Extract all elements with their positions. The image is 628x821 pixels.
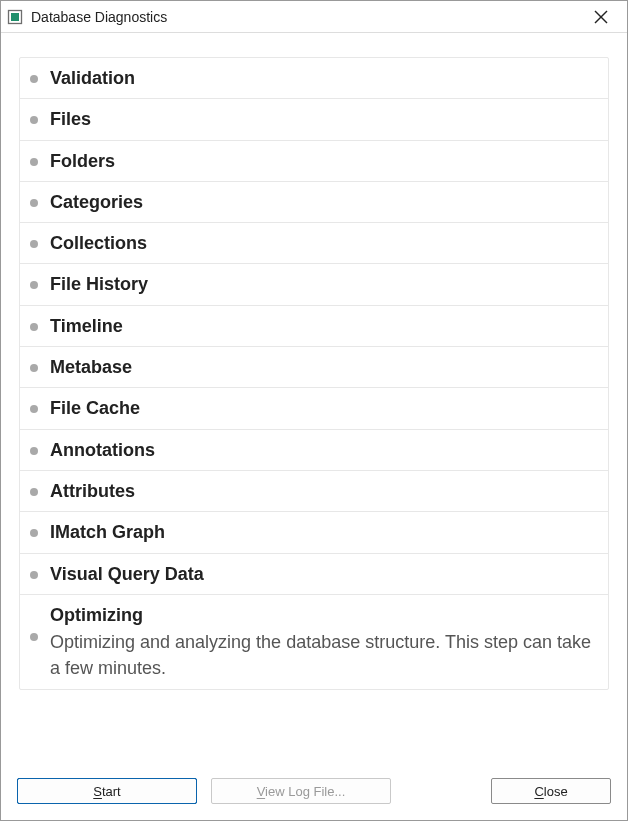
diagnostic-item-name: Attributes — [50, 479, 596, 503]
status-dot-icon — [30, 281, 38, 289]
status-dot-icon — [30, 75, 38, 83]
diagnostic-item-name: File Cache — [50, 396, 596, 420]
diagnostic-item: IMatch Graph — [20, 511, 608, 552]
diagnostic-item: Validation — [20, 58, 608, 98]
diagnostic-item: Annotations — [20, 429, 608, 470]
view-log-file-button[interactable]: View Log File... — [211, 778, 391, 804]
diagnostic-item-name: Optimizing — [50, 603, 596, 627]
button-label: View Log File... — [257, 784, 346, 799]
dialog-footer: Start View Log File... Close — [1, 772, 627, 820]
status-dot-icon — [30, 323, 38, 331]
diagnostic-item: Files — [20, 98, 608, 139]
status-dot-icon — [30, 116, 38, 124]
dialog-body: ValidationFilesFoldersCategoriesCollecti… — [1, 33, 627, 772]
window-title: Database Diagnostics — [31, 9, 581, 25]
dialog-window: Database Diagnostics ValidationFilesFold… — [0, 0, 628, 821]
diagnostic-item-name: Annotations — [50, 438, 596, 462]
diagnostic-item: File History — [20, 263, 608, 304]
start-button[interactable]: Start — [17, 778, 197, 804]
status-dot-icon — [30, 240, 38, 248]
titlebar: Database Diagnostics — [1, 1, 627, 33]
diagnostic-item: Collections — [20, 222, 608, 263]
svg-rect-1 — [11, 13, 19, 21]
diagnostic-item-name: Collections — [50, 231, 596, 255]
status-dot-icon — [30, 364, 38, 372]
diagnostic-item-name: Files — [50, 107, 596, 131]
close-button[interactable]: Close — [491, 778, 611, 804]
diagnostic-item: Categories — [20, 181, 608, 222]
close-icon[interactable] — [581, 2, 621, 32]
status-dot-icon — [30, 529, 38, 537]
status-dot-icon — [30, 158, 38, 166]
status-dot-icon — [30, 447, 38, 455]
status-dot-icon — [30, 199, 38, 207]
diagnostic-item: Metabase — [20, 346, 608, 387]
diagnostic-item-name: Categories — [50, 190, 596, 214]
diagnostic-item: File Cache — [20, 387, 608, 428]
diagnostic-item-name: Visual Query Data — [50, 562, 596, 586]
diagnostic-item-name: IMatch Graph — [50, 520, 596, 544]
status-dot-icon — [30, 571, 38, 579]
diagnostic-item-description: Optimizing and analyzing the database st… — [50, 629, 596, 681]
diagnostic-item-name: File History — [50, 272, 596, 296]
diagnostic-item-name: Timeline — [50, 314, 596, 338]
button-label: Start — [93, 784, 120, 799]
status-dot-icon — [30, 633, 38, 641]
diagnostic-item-name: Metabase — [50, 355, 596, 379]
diagnostic-item-name: Folders — [50, 149, 596, 173]
diagnostic-item: Folders — [20, 140, 608, 181]
button-label: Close — [534, 784, 567, 799]
diagnostics-list: ValidationFilesFoldersCategoriesCollecti… — [19, 57, 609, 690]
diagnostic-item: Timeline — [20, 305, 608, 346]
status-dot-icon — [30, 405, 38, 413]
diagnostic-item: Visual Query Data — [20, 553, 608, 594]
status-dot-icon — [30, 488, 38, 496]
app-icon — [7, 9, 23, 25]
diagnostic-item: Attributes — [20, 470, 608, 511]
diagnostic-item-name: Validation — [50, 66, 596, 90]
diagnostic-item: OptimizingOptimizing and analyzing the d… — [20, 594, 608, 689]
